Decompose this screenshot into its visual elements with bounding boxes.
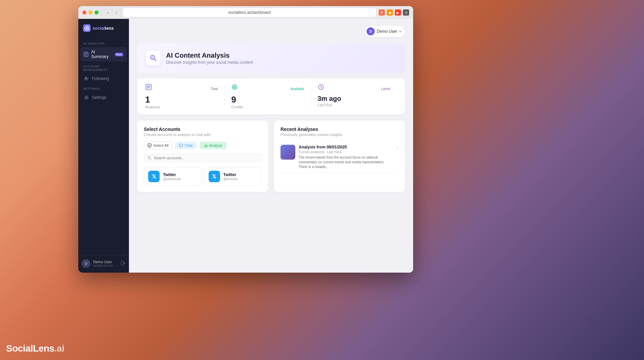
twitter-logo-levelsio: 𝕏 xyxy=(209,171,220,182)
chat-label: Chat xyxy=(185,143,192,147)
ext-icon-1[interactable]: R xyxy=(379,9,385,16)
account-card-levelsio[interactable]: 𝕏 Twitter @levelsio xyxy=(204,167,262,186)
two-column-section: Select Accounts Choose accounts to analy… xyxy=(137,120,405,192)
sidebar-footer: D Demo User test@mail.com xyxy=(78,255,129,273)
footer-email: test@mail.com xyxy=(93,264,118,267)
hero-text: AI Content Analysis Discover insights fr… xyxy=(166,52,253,65)
sidebar-item-following[interactable]: Following xyxy=(80,74,127,84)
logout-icon[interactable] xyxy=(121,261,126,267)
section-label-ai-analysis: AI ANALYSIS xyxy=(78,38,129,47)
ext-icon-4[interactable]: ☰ xyxy=(403,9,409,16)
analysis-item-0[interactable]: Analysis from 09/01/2025 5 posts analyze… xyxy=(280,141,398,173)
sidebar-item-settings[interactable]: Settings xyxy=(80,92,127,103)
section-label-settings: SETTINGS xyxy=(78,84,129,92)
recent-analyses-title: Recent Analyses xyxy=(280,127,398,132)
user-badge[interactable]: D Demo User ▾ xyxy=(365,26,405,37)
footer-username: Demo User xyxy=(93,260,118,264)
search-accounts-input[interactable] xyxy=(154,156,258,160)
ai-summary-label: AI Summary xyxy=(91,50,111,59)
search-box[interactable] xyxy=(144,154,262,162)
following-label: Following xyxy=(92,76,109,81)
hero-icon xyxy=(146,51,161,65)
platform-levelsio: Twitter xyxy=(223,172,258,177)
svg-point-10 xyxy=(235,87,235,87)
account-info-elonmusk: Twitter @elonmusk xyxy=(163,172,197,181)
traffic-lights xyxy=(82,10,99,15)
stat-credits: Available 9 Credits xyxy=(224,84,311,109)
footer-avatar: D xyxy=(82,259,90,268)
stat-credits-number: 9 xyxy=(231,95,304,104)
account-info-levelsio: Twitter @levelsio xyxy=(223,172,258,181)
analysis-info: Analysis from 09/01/2025 5 posts analyze… xyxy=(299,145,393,169)
svg-point-3 xyxy=(85,77,87,79)
stat-latest-label: Latest xyxy=(381,87,390,91)
logo-icon xyxy=(83,24,90,32)
topbar: D Demo User ▾ xyxy=(137,26,405,37)
twitter-logo-elonmusk: 𝕏 xyxy=(148,171,160,182)
ai-summary-icon xyxy=(84,52,88,57)
fullscreen-button[interactable] xyxy=(95,10,99,15)
stat-total-label: Total xyxy=(211,87,218,91)
account-card-elonmusk[interactable]: 𝕏 Twitter @elonmusk xyxy=(144,167,202,186)
select-all-button[interactable]: Select All xyxy=(144,141,172,149)
close-button[interactable] xyxy=(82,10,86,15)
svg-point-1 xyxy=(86,27,88,29)
stat-lastrun: Latest 3m ago Last Run xyxy=(311,84,397,109)
select-accounts-subtitle: Choose accounts to analyze or chat with xyxy=(144,133,262,137)
account-actions: Select All Chat Analyze xyxy=(144,141,262,149)
settings-icon xyxy=(84,95,89,100)
section-label-account-management: ACCOUNT MANAGEMENT xyxy=(78,61,129,74)
sidebar: sociallens AI ANALYSIS AI Summary New AC… xyxy=(78,19,129,273)
analysis-desc: The recent tweets from the account focus… xyxy=(299,155,393,169)
handle-levelsio: @levelsio xyxy=(223,177,258,181)
following-icon xyxy=(84,76,89,81)
recent-analyses-subtitle: Previously generated content insights xyxy=(280,133,398,137)
analyses-icon xyxy=(145,84,152,92)
browser-nav: ‹ › xyxy=(104,9,120,16)
address-bar[interactable]: sociallens.ai/dashboard xyxy=(123,8,376,17)
stat-analyses: Total 1 Analyses xyxy=(145,84,224,109)
chevron-down-icon: ▾ xyxy=(399,30,401,33)
recent-analyses-card: Recent Analyses Previously generated con… xyxy=(274,120,405,192)
hero-card: AI Content Analysis Discover insights fr… xyxy=(137,43,405,73)
stat-analyses-number: 1 xyxy=(145,95,218,104)
browser-extensions: R ◉ ▶ ☰ xyxy=(379,9,409,16)
platform-elonmusk: Twitter xyxy=(163,172,197,177)
back-button[interactable]: ‹ xyxy=(104,9,111,16)
svg-point-13 xyxy=(148,157,151,159)
svg-point-4 xyxy=(86,97,87,98)
ext-icon-3[interactable]: ▶ xyxy=(395,9,401,16)
app-logo: sociallens xyxy=(78,19,129,38)
forward-button[interactable]: › xyxy=(113,9,120,16)
app-container: sociallens AI ANALYSIS AI Summary New AC… xyxy=(78,19,413,273)
credits-icon xyxy=(231,84,238,92)
accounts-grid: 𝕏 Twitter @elonmusk 𝕏 Twitter @levelsio xyxy=(144,167,262,186)
watermark-text: SocialLens.ai xyxy=(6,343,64,354)
analyze-label: Analyze xyxy=(209,143,222,147)
stats-row: Total 1 Analyses xyxy=(137,78,405,114)
analysis-thumbnail xyxy=(280,145,295,160)
hero-title: AI Content Analysis xyxy=(166,52,253,59)
analysis-date: Analysis from 09/01/2025 xyxy=(299,145,393,149)
minimize-button[interactable] xyxy=(88,10,92,15)
handle-elonmusk: @elonmusk xyxy=(163,177,197,181)
select-accounts-card: Select Accounts Choose accounts to analy… xyxy=(137,120,268,192)
sidebar-item-ai-summary[interactable]: AI Summary New xyxy=(80,47,127,61)
search-icon xyxy=(147,156,152,160)
select-accounts-title: Select Accounts xyxy=(144,127,262,132)
analyze-button[interactable]: Analyze xyxy=(199,142,226,149)
settings-label: Settings xyxy=(92,95,106,100)
stat-credits-desc: Credits xyxy=(231,105,304,109)
browser-window: ‹ › sociallens.ai/dashboard R ◉ ▶ ☰ xyxy=(78,6,413,273)
stat-analyses-desc: Analyses xyxy=(145,105,218,109)
select-all-label: Select All xyxy=(153,143,168,147)
stat-lastrun-desc: Last Run xyxy=(318,103,390,107)
logo-text: sociallens xyxy=(92,26,114,31)
new-badge: New xyxy=(115,53,124,56)
analysis-meta: 5 posts analyzed · Last Hour xyxy=(299,150,393,154)
stat-lastrun-number: 3m ago xyxy=(318,95,390,102)
footer-info: Demo User test@mail.com xyxy=(93,260,118,267)
analysis-arrow-icon: › xyxy=(397,145,398,151)
ext-icon-2[interactable]: ◉ xyxy=(387,9,393,16)
chat-button[interactable]: Chat xyxy=(175,142,196,149)
